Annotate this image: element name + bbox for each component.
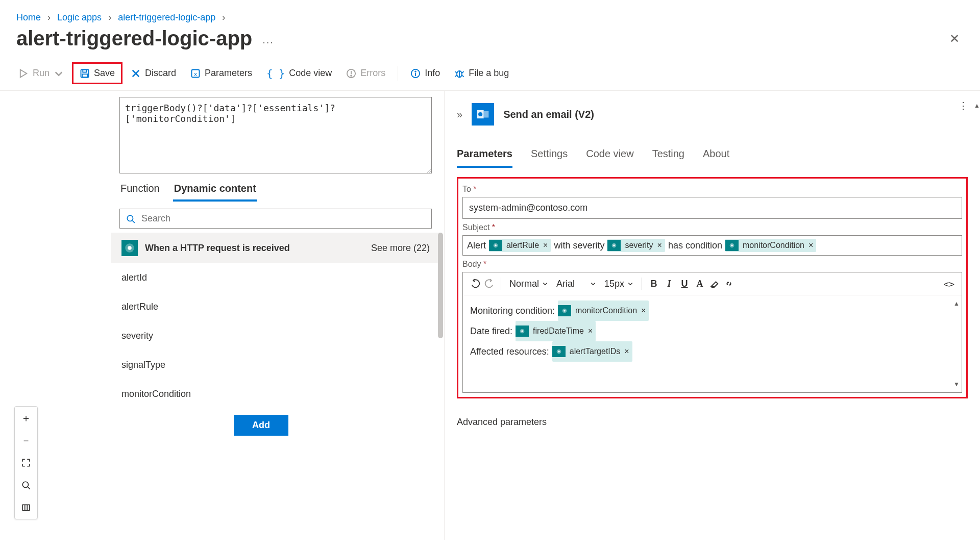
dc-item-severity[interactable]: severity	[111, 321, 440, 350]
svg-point-24	[22, 482, 28, 487]
token-remove-icon[interactable]: ×	[543, 241, 551, 250]
chevron-right-icon: ›	[108, 12, 111, 22]
dc-item-monitorcondition[interactable]: monitorCondition	[111, 380, 440, 409]
tab-codeview[interactable]: Code view	[586, 145, 633, 168]
heading-select[interactable]: Normal	[507, 279, 550, 289]
svg-point-44	[558, 350, 560, 353]
richtext-toolbar: Normal Arial 15px B I U A <>	[463, 272, 962, 295]
chevron-right-icon: ›	[222, 12, 225, 22]
toolbar: Run Save Discard x Parameters { } Code v…	[0, 58, 980, 91]
svg-rect-3	[82, 74, 87, 77]
token-severity[interactable]: severity×	[607, 239, 665, 252]
token-alerttargetids[interactable]: alertTargetIDs×	[552, 341, 632, 362]
token-fireddatetime[interactable]: firedDateTime×	[516, 321, 596, 341]
undo-icon[interactable]	[470, 279, 480, 289]
info-icon	[410, 68, 421, 79]
token-remove-icon[interactable]: ×	[808, 241, 816, 250]
subject-field[interactable]: Alert alertRule× with severity severity×…	[462, 235, 962, 256]
bug-icon	[454, 68, 464, 79]
svg-line-17	[462, 71, 464, 73]
bc-appname[interactable]: alert-triggered-logic-app	[118, 12, 215, 22]
see-more-link[interactable]: See more (22)	[371, 243, 430, 254]
action-tabs: Parameters Settings Code view Testing Ab…	[457, 145, 968, 168]
search-input[interactable]	[119, 209, 432, 229]
dc-item-alertrule[interactable]: alertRule	[111, 292, 440, 321]
dc-item-alertid[interactable]: alertId	[111, 263, 440, 292]
bc-logicapps[interactable]: Logic apps	[57, 12, 102, 22]
svg-point-42	[521, 330, 523, 332]
page-scrollbar[interactable]: ▲	[974, 102, 979, 551]
token-monitorcondition[interactable]: monitorCondition×	[725, 239, 816, 252]
tab-dynamic-content[interactable]: Dynamic content	[173, 180, 257, 202]
svg-point-35	[614, 244, 616, 246]
token-alertrule[interactable]: alertRule×	[489, 239, 551, 252]
fit-screen-button[interactable]	[15, 452, 37, 474]
svg-point-10	[351, 75, 352, 76]
expression-textarea[interactable]: triggerBody()?['data']?['essentials']?['…	[119, 97, 432, 173]
search-field[interactable]	[141, 213, 425, 224]
discard-button[interactable]: Discard	[125, 64, 182, 83]
collapse-panel-icon[interactable]: »	[457, 109, 462, 120]
tab-about[interactable]: About	[703, 145, 729, 168]
add-button[interactable]: Add	[234, 415, 288, 436]
action-more-icon[interactable]: ⋮	[959, 100, 968, 111]
more-dots-icon[interactable]: ···	[262, 36, 274, 47]
svg-point-37	[731, 244, 733, 246]
tab-testing[interactable]: Testing	[652, 145, 684, 168]
dc-item-signaltype[interactable]: signalType	[111, 350, 440, 380]
zoom-controls: ＋ －	[14, 406, 38, 519]
tab-function[interactable]: Function	[119, 180, 161, 202]
chevron-down-icon	[54, 68, 64, 79]
subject-label: Subject *	[462, 223, 962, 232]
link-icon[interactable]	[724, 279, 734, 289]
close-icon[interactable]: ✕	[945, 28, 964, 50]
svg-rect-30	[484, 111, 489, 118]
function-tabs: Function Dynamic content	[107, 173, 444, 202]
bc-home[interactable]: Home	[16, 12, 41, 22]
underline-icon[interactable]: U	[679, 278, 690, 289]
highlight-icon[interactable]	[709, 279, 720, 289]
dc-section-header[interactable]: When a HTTP request is received See more…	[111, 233, 440, 263]
body-field[interactable]: Normal Arial 15px B I U A <> ▲ Monitorin…	[462, 272, 962, 393]
error-icon	[346, 68, 356, 79]
codeview-button[interactable]: { } Code view	[260, 63, 338, 84]
svg-marker-0	[20, 69, 27, 77]
fileabug-button[interactable]: File a bug	[448, 64, 515, 83]
svg-point-23	[128, 246, 132, 250]
zoom-search-button[interactable]	[15, 474, 37, 496]
svg-text:x: x	[194, 71, 197, 77]
svg-point-12	[415, 71, 416, 72]
info-button[interactable]: Info	[404, 64, 446, 83]
svg-point-31	[478, 112, 482, 116]
breadcrumb: Home › Logic apps › alert-triggered-logi…	[0, 0, 980, 25]
svg-point-20	[127, 215, 133, 221]
run-button[interactable]: Run	[12, 64, 70, 83]
svg-rect-2	[83, 69, 87, 72]
list-scrollbar[interactable]	[437, 233, 443, 409]
zoom-out-button[interactable]: －	[15, 429, 37, 452]
tab-parameters[interactable]: Parameters	[457, 145, 512, 168]
tab-settings[interactable]: Settings	[531, 145, 568, 168]
token-remove-icon[interactable]: ×	[657, 241, 665, 250]
parameters-form: To * system-admin@contoso.com Subject * …	[457, 177, 968, 398]
token-monitorcondition[interactable]: monitorCondition×	[558, 300, 649, 321]
codeview-toggle-icon[interactable]: <>	[943, 279, 954, 289]
to-label: To *	[462, 185, 962, 194]
braces-icon: { }	[266, 67, 285, 80]
fontcolor-icon[interactable]: A	[694, 278, 705, 289]
to-field[interactable]: system-admin@contoso.com	[462, 197, 962, 219]
italic-icon[interactable]: I	[664, 278, 675, 289]
parameters-button[interactable]: x Parameters	[184, 64, 258, 83]
body-content[interactable]: ▲ Monitoring condition: monitorCondition…	[463, 295, 962, 392]
toolbar-separator	[398, 66, 398, 81]
save-button[interactable]: Save	[72, 62, 122, 84]
size-select[interactable]: 15px	[602, 279, 635, 289]
scroll-up-icon[interactable]: ▲	[953, 297, 960, 310]
bold-icon[interactable]: B	[648, 278, 659, 289]
minimap-button[interactable]	[15, 496, 37, 519]
zoom-in-button[interactable]: ＋	[15, 407, 37, 429]
redo-icon[interactable]	[484, 279, 495, 289]
errors-button[interactable]: Errors	[340, 64, 391, 83]
scroll-down-icon[interactable]: ▼	[953, 378, 960, 390]
font-select[interactable]: Arial	[554, 279, 598, 289]
